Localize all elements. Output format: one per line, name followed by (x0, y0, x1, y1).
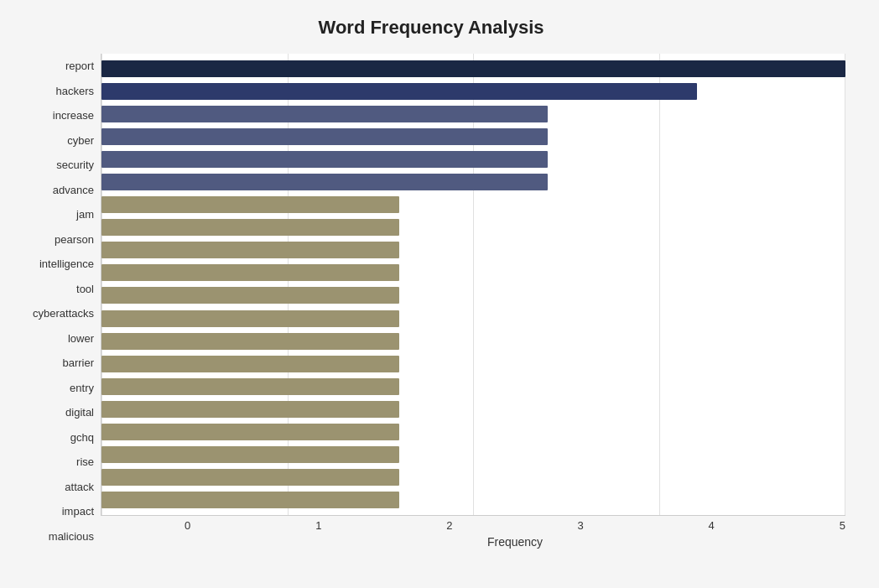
y-label: attack (65, 476, 94, 497)
bar (101, 128, 548, 145)
x-tick: 0 (185, 519, 190, 532)
bar-row (101, 445, 845, 464)
bar-row (101, 355, 845, 373)
y-label: cyberattacks (33, 303, 94, 325)
y-label: gchq (70, 426, 94, 448)
bar (101, 424, 399, 440)
bar-row (101, 286, 845, 304)
bar-row (101, 195, 845, 214)
bar-row (101, 491, 845, 509)
bar-row (101, 150, 845, 169)
bar (101, 356, 399, 372)
y-label: lower (68, 327, 94, 349)
y-label: intelligence (39, 253, 94, 275)
bar-row (101, 127, 845, 146)
y-label: malicious (49, 525, 94, 547)
y-label: report (65, 55, 94, 77)
bar (101, 106, 548, 122)
y-label: pearson (55, 228, 94, 250)
x-axis-labels: 012345 (185, 519, 845, 532)
bar (101, 310, 399, 327)
bar-row (101, 82, 845, 101)
bar-row (101, 377, 845, 396)
bar (101, 333, 399, 350)
y-label: digital (65, 402, 94, 424)
bar-row (101, 423, 845, 441)
bar (101, 469, 399, 486)
bar-row (101, 310, 845, 328)
y-label: jam (76, 204, 94, 226)
bar (101, 287, 399, 304)
bar (101, 83, 697, 100)
chart-container: Word Frequency Analysis reporthackersinc… (0, 0, 879, 588)
bars-wrapper (101, 54, 845, 515)
y-label: entry (70, 377, 94, 398)
bar (101, 401, 399, 418)
bar-row (101, 332, 845, 351)
bars-and-grid (101, 54, 845, 516)
y-label: advance (53, 179, 94, 200)
y-label: increase (53, 105, 94, 127)
x-tick: 4 (709, 519, 715, 532)
bar (101, 242, 399, 258)
bottom-section: 012345 Frequency (101, 516, 845, 549)
y-label: security (56, 154, 94, 176)
bar-row (101, 241, 845, 259)
y-label: tool (76, 278, 94, 299)
bar-row (101, 468, 845, 487)
chart-title: Word Frequency Analysis (17, 17, 845, 39)
bar (101, 196, 399, 213)
bar (101, 151, 548, 168)
bar-row (101, 105, 845, 123)
x-tick: 1 (315, 519, 321, 532)
bar-row (101, 173, 845, 191)
bar (101, 264, 399, 281)
bar (101, 378, 399, 395)
bar (101, 446, 399, 463)
bar-row (101, 218, 845, 237)
x-tick: 3 (577, 519, 583, 532)
y-label: rise (76, 451, 94, 473)
bar-row (101, 400, 845, 419)
bar (101, 60, 845, 77)
bar-row (101, 263, 845, 282)
x-axis-title: Frequency (185, 535, 845, 549)
y-label: hackers (55, 80, 94, 101)
x-tick: 2 (446, 519, 452, 532)
y-axis: reporthackersincreasecybersecurityadvanc… (17, 54, 101, 549)
bar (101, 492, 399, 508)
chart-area: reporthackersincreasecybersecurityadvanc… (17, 54, 845, 549)
bar (101, 174, 548, 190)
y-label: impact (62, 501, 94, 523)
y-label: barrier (62, 352, 94, 374)
bar (101, 219, 399, 236)
y-label: cyber (67, 129, 94, 151)
bar-row (101, 60, 845, 78)
x-tick: 5 (840, 519, 845, 532)
